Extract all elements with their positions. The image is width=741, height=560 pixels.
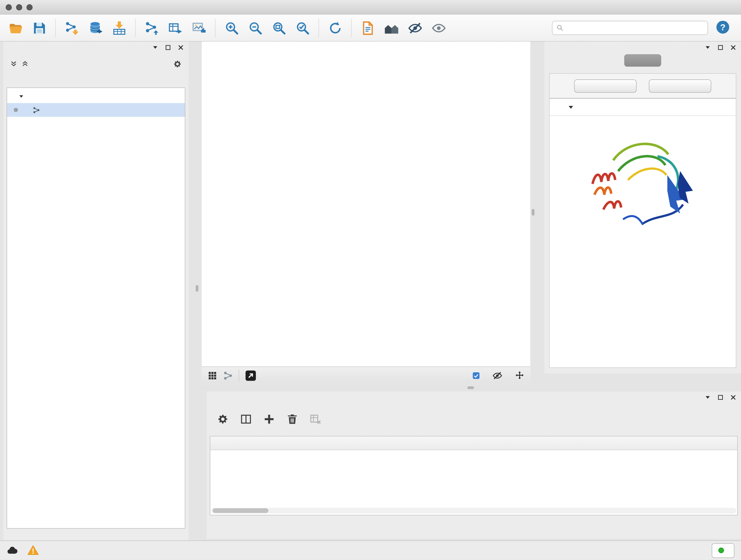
- cloud-icon: [7, 545, 18, 556]
- refresh-view-button[interactable]: [324, 17, 346, 39]
- collapse-all-button[interactable]: [649, 79, 711, 92]
- panel-menu-icon[interactable]: [704, 394, 711, 400]
- first-neighbors-button[interactable]: [381, 17, 402, 39]
- gene-section: [549, 98, 736, 368]
- collapse-collection-icon[interactable]: [18, 93, 24, 99]
- import-network-file-icon: [64, 20, 79, 35]
- network-options-gear-icon[interactable]: [173, 59, 182, 68]
- footer-separator: [239, 370, 239, 381]
- pan-move-icon[interactable]: [515, 370, 525, 380]
- help-button[interactable]: [716, 20, 731, 36]
- network-tree: [7, 87, 185, 529]
- network-canvas[interactable]: [202, 42, 530, 366]
- zoom-fit-icon: [272, 20, 286, 35]
- gene-section-header[interactable]: [549, 99, 736, 116]
- vertical-splitter-right[interactable]: [532, 209, 535, 216]
- warnings-button[interactable]: [27, 545, 39, 556]
- eye-slash-icon: [408, 20, 422, 35]
- network-share-icon[interactable]: [223, 370, 233, 380]
- close-panel-icon[interactable]: [178, 44, 184, 50]
- show-columns-icon[interactable]: [240, 413, 252, 425]
- float-panel-icon[interactable]: [165, 44, 171, 50]
- export-table-button[interactable]: [164, 17, 186, 39]
- expand-all-button[interactable]: [574, 79, 636, 92]
- float-panel-icon[interactable]: [718, 44, 724, 50]
- memory-status-dot: [718, 548, 724, 553]
- table-horizontal-scrollbar[interactable]: [211, 508, 736, 513]
- import-table-icon: [112, 20, 126, 35]
- export-image-button[interactable]: [188, 17, 210, 39]
- vertical-splitter-left[interactable]: [196, 285, 199, 292]
- network-collection-row[interactable]: [7, 89, 185, 103]
- scrollbar-thumb[interactable]: [212, 508, 268, 513]
- crosslinks-heading: [549, 245, 736, 255]
- zoom-selected-button[interactable]: [292, 17, 313, 39]
- selected-checkbox-icon[interactable]: [472, 371, 480, 379]
- horizontal-splitter[interactable]: [468, 386, 474, 389]
- refresh-icon: [328, 20, 342, 35]
- help-icon: [716, 20, 730, 35]
- toolbar-separator: [55, 19, 56, 37]
- import-table-button[interactable]: [108, 17, 130, 39]
- export-table-icon: [168, 20, 183, 35]
- document-icon: [360, 20, 375, 35]
- gene-description: [549, 116, 736, 122]
- show-all-button[interactable]: [428, 17, 449, 39]
- copy-document-button[interactable]: [357, 17, 379, 39]
- zoom-fit-button[interactable]: [268, 17, 290, 39]
- protein-structure-image: [584, 125, 702, 244]
- zoom-in-button[interactable]: [221, 17, 243, 39]
- delete-column-icon[interactable]: [286, 413, 298, 425]
- save-session-button[interactable]: [28, 17, 50, 39]
- table-panel: [206, 391, 741, 539]
- search-box[interactable]: [552, 21, 708, 35]
- main-toolbar: [0, 15, 741, 42]
- import-network-database-button[interactable]: [84, 17, 106, 39]
- results-panel-header: [544, 42, 741, 53]
- hide-selected-button[interactable]: [404, 17, 426, 39]
- network-status-dot: [14, 108, 18, 112]
- cloud-status-button[interactable]: [7, 545, 18, 556]
- database-icon: [88, 20, 103, 35]
- birds-eye-view-icon[interactable]: [207, 370, 217, 380]
- import-network-file-button[interactable]: [61, 17, 83, 39]
- close-panel-icon[interactable]: [730, 44, 736, 50]
- add-column-icon[interactable]: [263, 413, 275, 425]
- panel-menu-icon[interactable]: [152, 44, 158, 50]
- search-icon: [556, 24, 564, 32]
- panel-menu-icon[interactable]: [704, 44, 711, 50]
- close-panel-icon[interactable]: [730, 394, 736, 400]
- network-view: [202, 42, 530, 384]
- open-session-button[interactable]: [5, 17, 26, 39]
- table-panel-header: [206, 391, 741, 403]
- zoom-window-button[interactable]: [26, 4, 32, 10]
- expand-all-networks-icon[interactable]: [21, 60, 29, 68]
- open-folder-icon: [8, 20, 23, 35]
- new-network-button[interactable]: [141, 17, 162, 39]
- zoom-out-button[interactable]: [245, 17, 266, 39]
- houses-icon: [384, 20, 399, 35]
- new-network-icon: [144, 20, 159, 35]
- minimize-window-button[interactable]: [16, 4, 22, 10]
- export-view-button[interactable]: [245, 369, 257, 381]
- hidden-eye-slash-icon[interactable]: [492, 370, 502, 380]
- warning-icon: [27, 545, 39, 556]
- memory-button[interactable]: [712, 543, 734, 558]
- clear-table-icon: [310, 413, 321, 425]
- network-view-toolbar: [202, 367, 530, 384]
- toolbar-separator: [215, 19, 215, 37]
- toolbar-separator: [135, 19, 136, 37]
- save-floppy-icon: [32, 20, 47, 35]
- title-bar[interactable]: [0, 0, 741, 15]
- table-options-gear-icon[interactable]: [217, 413, 229, 425]
- results-panel: [544, 42, 741, 374]
- collapse-section-icon[interactable]: [568, 104, 575, 111]
- tab-string[interactable]: [624, 54, 661, 67]
- network-selection-row: [3, 56, 189, 72]
- collapse-all-networks-icon[interactable]: [10, 60, 17, 68]
- zoom-in-icon: [224, 20, 239, 35]
- search-input[interactable]: [567, 24, 704, 32]
- network-row[interactable]: [7, 103, 185, 117]
- float-panel-icon[interactable]: [718, 394, 724, 400]
- close-window-button[interactable]: [6, 4, 12, 10]
